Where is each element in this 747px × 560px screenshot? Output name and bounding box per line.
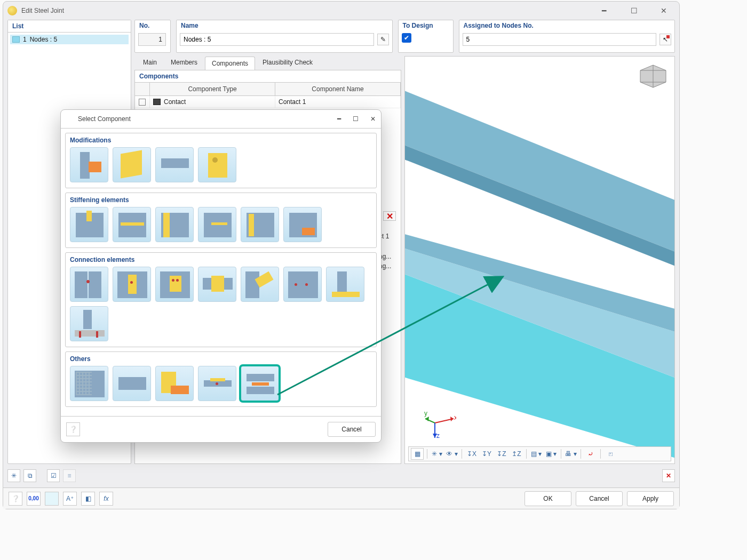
name-field: Name ✎ <box>176 20 393 53</box>
ok-button[interactable]: OK <box>525 491 571 506</box>
section-others: Others <box>65 351 377 407</box>
checklist-button[interactable]: ☑ <box>47 469 60 482</box>
conn-brace[interactable] <box>241 267 279 302</box>
name-input[interactable] <box>180 33 374 46</box>
dialog-minimize-button[interactable]: ━ <box>337 115 341 123</box>
stiff-rib-1[interactable] <box>70 207 108 242</box>
other-contact[interactable] <box>241 366 279 401</box>
maximize-button[interactable]: ☐ <box>626 4 642 17</box>
new-button[interactable]: ✳ <box>7 469 20 482</box>
sort-button[interactable]: ≡ <box>63 469 76 482</box>
other-haunch[interactable] <box>155 366 194 401</box>
tab-members[interactable]: Members <box>164 56 204 70</box>
conn-baseplate-1[interactable] <box>326 267 364 302</box>
col-component-name: Component Name <box>275 83 401 95</box>
minimize-button[interactable]: ━ <box>596 4 612 17</box>
pick-nodes-button[interactable]: ↖ <box>659 34 671 45</box>
table-row[interactable]: Contact Contact 1 <box>135 96 401 108</box>
units-button[interactable]: 0,00 <box>27 492 41 506</box>
tb-visibility-dropdown[interactable]: 👁 ▾ <box>446 448 458 460</box>
stiff-rib-5[interactable] <box>241 207 279 242</box>
other-packing[interactable] <box>198 366 236 401</box>
delete-row-button[interactable]: ✕ <box>383 211 396 221</box>
nav-cube[interactable] <box>639 64 667 89</box>
tb-view-neg-z[interactable]: ↥Z <box>510 448 523 460</box>
dialog-maximize-button[interactable]: ☐ <box>353 115 359 123</box>
titlebar: Edit Steel Joint ━ ☐ ✕ <box>3 2 679 20</box>
dialog-close-button[interactable]: ✕ <box>370 115 376 123</box>
svg-text:y: y <box>424 410 427 417</box>
conn-endplate[interactable] <box>70 267 108 302</box>
conn-splice[interactable] <box>198 267 236 302</box>
conn-baseplate-2[interactable] <box>70 306 108 341</box>
dialog-help-button[interactable]: ❔ <box>66 422 80 436</box>
font-button[interactable]: A⁺ <box>63 492 77 506</box>
section-modifications: Modifications <box>65 133 377 188</box>
tab-bar: Main Members Components Plausibility Che… <box>134 56 401 70</box>
tb-view-y[interactable]: ↧Y <box>480 448 493 460</box>
row-name: Contact 1 <box>275 96 401 108</box>
svg-text:z: z <box>436 432 440 439</box>
to-design-checkbox[interactable]: ✔ <box>402 33 411 43</box>
mod-cut[interactable] <box>70 147 108 182</box>
mod-notch[interactable] <box>155 147 194 182</box>
tab-main[interactable]: Main <box>137 56 163 70</box>
tb-popout[interactable]: ⏍ <box>604 448 617 460</box>
name-label: Name <box>177 20 392 31</box>
stiff-rib-2[interactable] <box>113 207 151 242</box>
svg-marker-13 <box>425 417 429 421</box>
list-heading: List <box>8 20 131 33</box>
apply-button[interactable]: Apply <box>627 491 674 506</box>
stiffening-heading: Stiffening elements <box>70 196 372 204</box>
tb-reset[interactable]: ⤾ <box>584 448 597 460</box>
modifications-heading: Modifications <box>70 137 372 144</box>
copy-button[interactable]: ⧉ <box>23 469 36 482</box>
color-toggle-button[interactable] <box>45 492 59 506</box>
svg-marker-10 <box>450 417 454 421</box>
tb-view-z[interactable]: ↧Z <box>495 448 508 460</box>
no-field: No. 1 <box>134 20 171 53</box>
section-stiffening: Stiffening elements <box>65 193 377 248</box>
cancel-button[interactable]: Cancel <box>576 491 623 506</box>
layers-button[interactable]: ◧ <box>81 492 95 506</box>
tab-plausibility[interactable]: Plausibility Check <box>256 56 319 70</box>
other-grid[interactable] <box>70 366 108 401</box>
delete-button[interactable]: ✕ <box>662 469 675 482</box>
tb-axis-dropdown[interactable]: ✳ ▾ <box>431 448 443 460</box>
assigned-label: Assigned to Nodes No. <box>459 20 675 31</box>
mod-plate[interactable] <box>113 147 151 182</box>
viewport-3d[interactable]: x y z ▦ ✳ ▾ 👁 ▾ ↧X ↧Y ↧Z <box>404 56 675 464</box>
list-item-label: Nodes : 5 <box>30 36 57 43</box>
list-item-index: 1 <box>23 36 27 43</box>
app-icon <box>7 6 17 15</box>
dialog-cancel-button[interactable]: Cancel <box>328 422 376 437</box>
no-label: No. <box>135 20 170 31</box>
to-design-field: To Design ✔ <box>398 20 454 53</box>
assigned-input[interactable] <box>463 33 657 46</box>
other-section[interactable] <box>113 366 151 401</box>
rename-button[interactable]: ✎ <box>377 34 389 45</box>
mod-opening[interactable] <box>198 147 236 182</box>
fx-button[interactable]: fx <box>99 492 113 506</box>
tb-view-mode[interactable]: ▦ <box>411 448 424 460</box>
row-type: Contact <box>164 98 186 106</box>
close-button[interactable]: ✕ <box>656 4 672 17</box>
section-connection: Connection elements <box>65 252 377 347</box>
tb-shade-dropdown[interactable]: ▤ ▾ <box>530 448 543 460</box>
conn-angle[interactable] <box>155 267 194 302</box>
conn-bolted[interactable] <box>283 267 322 302</box>
stiff-rib-4[interactable] <box>198 207 236 242</box>
others-heading: Others <box>70 355 372 363</box>
row-checkbox[interactable] <box>139 99 146 106</box>
list-item[interactable]: 1 Nodes : 5 <box>10 35 129 44</box>
tb-print-dropdown[interactable]: 🖶 ▾ <box>565 448 577 460</box>
stiff-rib-3[interactable] <box>155 207 194 242</box>
tb-view-x[interactable]: ↧X <box>465 448 478 460</box>
help-button[interactable]: ❔ <box>9 492 22 506</box>
beams-svg <box>405 57 674 463</box>
conn-finplate[interactable] <box>113 267 151 302</box>
stiff-rib-6[interactable] <box>283 207 322 242</box>
no-value[interactable]: 1 <box>138 33 166 46</box>
tb-box-dropdown[interactable]: ▣ ▾ <box>545 448 558 460</box>
tab-components[interactable]: Components <box>205 57 255 70</box>
